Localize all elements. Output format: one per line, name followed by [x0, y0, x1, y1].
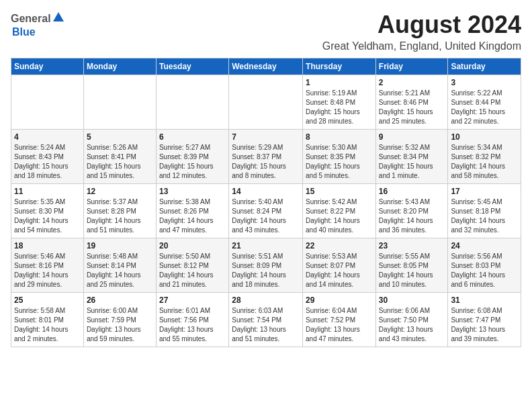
calendar-cell [156, 75, 228, 130]
day-number: 2 [379, 78, 445, 87]
day-info: Sunrise: 5:24 AM Sunset: 8:43 PM Dayligh… [14, 143, 81, 181]
day-info: Sunrise: 5:45 AM Sunset: 8:18 PM Dayligh… [451, 197, 518, 235]
day-number: 19 [87, 241, 153, 250]
day-info: Sunrise: 5:34 AM Sunset: 8:32 PM Dayligh… [451, 143, 518, 181]
calendar-cell: 20Sunrise: 5:50 AM Sunset: 8:12 PM Dayli… [156, 238, 228, 293]
day-info: Sunrise: 5:40 AM Sunset: 8:24 PM Dayligh… [232, 197, 300, 235]
day-info: Sunrise: 6:00 AM Sunset: 7:59 PM Dayligh… [87, 306, 153, 344]
day-info: Sunrise: 5:29 AM Sunset: 8:37 PM Dayligh… [232, 143, 300, 181]
calendar-cell: 11Sunrise: 5:35 AM Sunset: 8:30 PM Dayli… [11, 184, 84, 238]
day-info: Sunrise: 5:37 AM Sunset: 8:28 PM Dayligh… [87, 197, 153, 235]
day-info: Sunrise: 5:56 AM Sunset: 8:03 PM Dayligh… [451, 252, 518, 289]
day-number: 13 [159, 187, 226, 196]
calendar-cell: 27Sunrise: 6:01 AM Sunset: 7:56 PM Dayli… [156, 293, 228, 347]
location: Great Yeldham, England, United Kingdom [322, 40, 521, 52]
day-info: Sunrise: 6:08 AM Sunset: 7:47 PM Dayligh… [451, 306, 518, 344]
logo-general: General [11, 13, 51, 25]
calendar-cell: 14Sunrise: 5:40 AM Sunset: 8:24 PM Dayli… [229, 184, 303, 238]
calendar-cell: 3Sunrise: 5:22 AM Sunset: 8:44 PM Daylig… [448, 75, 521, 130]
svg-marker-0 [53, 12, 64, 21]
col-header-saturday: Saturday [448, 58, 521, 75]
calendar-cell: 16Sunrise: 5:43 AM Sunset: 8:20 PM Dayli… [375, 184, 448, 238]
day-number: 18 [14, 241, 81, 250]
day-info: Sunrise: 6:01 AM Sunset: 7:56 PM Dayligh… [159, 306, 226, 344]
col-header-friday: Friday [375, 58, 448, 75]
calendar-cell: 12Sunrise: 5:37 AM Sunset: 8:28 PM Dayli… [83, 184, 156, 238]
week-row-2: 4Sunrise: 5:24 AM Sunset: 8:43 PM Daylig… [11, 130, 521, 184]
calendar-cell [11, 75, 84, 130]
calendar-cell: 1Sunrise: 5:19 AM Sunset: 8:48 PM Daylig… [303, 75, 376, 130]
logo-blue: Blue [12, 26, 36, 38]
day-info: Sunrise: 5:22 AM Sunset: 8:44 PM Dayligh… [451, 89, 518, 126]
day-info: Sunrise: 5:27 AM Sunset: 8:39 PM Dayligh… [159, 143, 226, 181]
calendar-table: SundayMondayTuesdayWednesdayThursdayFrid… [11, 58, 521, 347]
day-info: Sunrise: 6:04 AM Sunset: 7:52 PM Dayligh… [306, 306, 373, 344]
calendar-cell: 25Sunrise: 5:58 AM Sunset: 8:01 PM Dayli… [11, 293, 84, 347]
day-number: 22 [306, 241, 373, 250]
day-number: 26 [87, 295, 153, 305]
calendar-cell: 21Sunrise: 5:51 AM Sunset: 8:09 PM Dayli… [229, 238, 303, 293]
col-header-sunday: Sunday [11, 58, 84, 75]
day-info: Sunrise: 5:48 AM Sunset: 8:14 PM Dayligh… [87, 252, 153, 289]
day-number: 21 [232, 241, 300, 250]
calendar-cell: 22Sunrise: 5:53 AM Sunset: 8:07 PM Dayli… [303, 238, 376, 293]
day-number: 25 [14, 295, 81, 305]
day-info: Sunrise: 5:58 AM Sunset: 8:01 PM Dayligh… [14, 306, 81, 344]
calendar-cell: 6Sunrise: 5:27 AM Sunset: 8:39 PM Daylig… [156, 130, 228, 184]
col-header-thursday: Thursday [303, 58, 376, 75]
calendar-cell: 23Sunrise: 5:55 AM Sunset: 8:05 PM Dayli… [375, 238, 448, 293]
day-number: 4 [14, 132, 81, 142]
calendar-cell [229, 75, 303, 130]
day-info: Sunrise: 5:35 AM Sunset: 8:30 PM Dayligh… [14, 197, 81, 235]
col-header-monday: Monday [83, 58, 156, 75]
day-info: Sunrise: 5:46 AM Sunset: 8:16 PM Dayligh… [14, 252, 81, 289]
calendar-header-row: SundayMondayTuesdayWednesdayThursdayFrid… [11, 58, 521, 75]
day-info: Sunrise: 5:42 AM Sunset: 8:22 PM Dayligh… [306, 197, 373, 235]
day-number: 11 [14, 187, 81, 196]
calendar-cell: 8Sunrise: 5:30 AM Sunset: 8:35 PM Daylig… [303, 130, 376, 184]
calendar-cell: 30Sunrise: 6:06 AM Sunset: 7:50 PM Dayli… [375, 293, 448, 347]
day-info: Sunrise: 5:53 AM Sunset: 8:07 PM Dayligh… [306, 252, 373, 289]
day-number: 31 [451, 295, 518, 305]
day-info: Sunrise: 5:21 AM Sunset: 8:46 PM Dayligh… [379, 89, 445, 126]
calendar-cell: 17Sunrise: 5:45 AM Sunset: 8:18 PM Dayli… [448, 184, 521, 238]
day-info: Sunrise: 5:43 AM Sunset: 8:20 PM Dayligh… [379, 197, 445, 235]
day-number: 27 [159, 295, 226, 305]
day-number: 5 [87, 132, 153, 142]
logo-triangle-icon [52, 11, 64, 23]
calendar-cell: 15Sunrise: 5:42 AM Sunset: 8:22 PM Dayli… [303, 184, 376, 238]
calendar-cell: 31Sunrise: 6:08 AM Sunset: 7:47 PM Dayli… [448, 293, 521, 347]
day-number: 23 [379, 241, 445, 250]
calendar-cell: 9Sunrise: 5:32 AM Sunset: 8:34 PM Daylig… [375, 130, 448, 184]
day-number: 17 [451, 187, 518, 196]
day-info: Sunrise: 6:06 AM Sunset: 7:50 PM Dayligh… [379, 306, 445, 344]
day-number: 10 [451, 132, 518, 142]
day-number: 9 [379, 132, 445, 142]
day-number: 12 [87, 187, 153, 196]
calendar-cell: 4Sunrise: 5:24 AM Sunset: 8:43 PM Daylig… [11, 130, 84, 184]
week-row-1: 1Sunrise: 5:19 AM Sunset: 8:48 PM Daylig… [11, 75, 521, 130]
day-number: 15 [306, 187, 373, 196]
day-info: Sunrise: 5:55 AM Sunset: 8:05 PM Dayligh… [379, 252, 445, 289]
title-block: August 2024 Great Yeldham, England, Unit… [322, 11, 521, 52]
day-number: 6 [159, 132, 226, 142]
day-info: Sunrise: 5:26 AM Sunset: 8:41 PM Dayligh… [87, 143, 153, 181]
calendar-cell: 18Sunrise: 5:46 AM Sunset: 8:16 PM Dayli… [11, 238, 84, 293]
day-info: Sunrise: 5:38 AM Sunset: 8:26 PM Dayligh… [159, 197, 226, 235]
calendar-cell: 28Sunrise: 6:03 AM Sunset: 7:54 PM Dayli… [229, 293, 303, 347]
day-info: Sunrise: 6:03 AM Sunset: 7:54 PM Dayligh… [232, 306, 300, 344]
day-number: 1 [306, 78, 373, 87]
calendar-cell: 2Sunrise: 5:21 AM Sunset: 8:46 PM Daylig… [375, 75, 448, 130]
calendar-cell: 29Sunrise: 6:04 AM Sunset: 7:52 PM Dayli… [303, 293, 376, 347]
day-number: 30 [379, 295, 445, 305]
day-info: Sunrise: 5:32 AM Sunset: 8:34 PM Dayligh… [379, 143, 445, 181]
calendar-cell: 5Sunrise: 5:26 AM Sunset: 8:41 PM Daylig… [83, 130, 156, 184]
day-number: 16 [379, 187, 445, 196]
calendar-cell [83, 75, 156, 130]
week-row-4: 18Sunrise: 5:46 AM Sunset: 8:16 PM Dayli… [11, 238, 521, 293]
day-number: 28 [232, 295, 300, 305]
calendar-cell: 10Sunrise: 5:34 AM Sunset: 8:32 PM Dayli… [448, 130, 521, 184]
calendar-cell: 26Sunrise: 6:00 AM Sunset: 7:59 PM Dayli… [83, 293, 156, 347]
day-info: Sunrise: 5:19 AM Sunset: 8:48 PM Dayligh… [306, 89, 373, 126]
month-year: August 2024 [322, 11, 521, 39]
